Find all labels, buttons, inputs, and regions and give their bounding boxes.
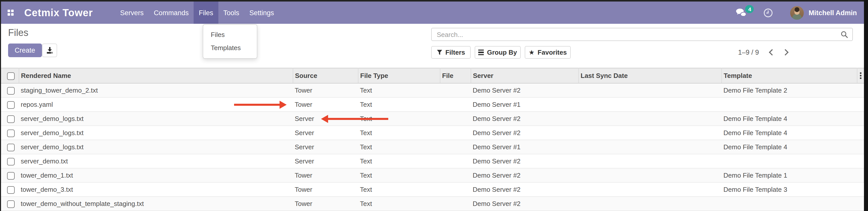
cell-template: Demo File Template 4 — [721, 140, 857, 154]
cell-source: Tower — [293, 182, 358, 197]
filters-button[interactable]: Filters — [431, 46, 471, 59]
row-checkbox[interactable] — [7, 172, 15, 179]
cell-server: Demo Server #1 — [471, 140, 578, 154]
group-by-bars-icon — [478, 50, 484, 55]
table-row[interactable]: staging_tower_demo_2.txt Tower Text Demo… — [0, 83, 864, 97]
activities-clock-icon[interactable] — [764, 8, 773, 18]
menu-item-commands[interactable]: Commands — [149, 2, 194, 24]
cell-template: Demo File Template 4 — [721, 112, 857, 126]
favorites-button[interactable]: ★ Favorites — [525, 46, 571, 59]
row-checkbox[interactable] — [7, 200, 15, 208]
cell-file — [440, 182, 471, 197]
column-header-last-sync-date[interactable]: Last Sync Date — [578, 68, 721, 83]
search-bar — [431, 28, 853, 41]
table-row[interactable]: server_demo_logs.txt Server Text Demo Se… — [0, 140, 864, 154]
dropdown-item-files[interactable]: Files — [203, 28, 257, 41]
row-checkbox[interactable] — [7, 129, 15, 137]
user-menu[interactable]: Mitchell Admin — [809, 9, 857, 17]
menu-item-files[interactable]: Files — [194, 2, 218, 24]
cell-file-type: Text — [358, 140, 440, 154]
column-header-source[interactable]: Source — [293, 68, 358, 83]
cell-last-sync-date — [578, 168, 721, 182]
pager: 1–9 / 9 — [738, 46, 787, 59]
cell-server: Demo Server #2 — [471, 197, 578, 211]
annotation-arrow-right — [234, 101, 287, 109]
page-title: Files — [8, 27, 28, 38]
table-row[interactable]: server_demo.txt Server Text Demo Server … — [0, 154, 864, 168]
cell-rendered-name: tower_demo_3.txt — [19, 182, 293, 197]
cell-file — [440, 140, 471, 154]
cell-last-sync-date — [578, 140, 721, 154]
search-icon[interactable] — [841, 31, 848, 38]
row-checkbox[interactable] — [7, 144, 15, 151]
cell-last-sync-date — [578, 182, 721, 197]
favorites-label: Favorites — [538, 49, 567, 56]
row-checkbox[interactable] — [7, 115, 15, 123]
cell-template: Demo File Template 3 — [721, 182, 857, 197]
row-checkbox[interactable] — [7, 158, 15, 165]
app-window: Cetmix Tower Servers Commands Files Tool… — [0, 0, 868, 211]
group-by-button[interactable]: Group By — [475, 46, 521, 59]
cell-template: Demo File Template 4 — [721, 126, 857, 140]
cell-file-type: Text — [358, 182, 440, 197]
cell-file — [440, 168, 471, 182]
user-avatar[interactable] — [790, 6, 804, 20]
table-row[interactable]: server_demo_logs.txt Server Text Demo Se… — [0, 112, 864, 126]
cell-rendered-name: server_demo_logs.txt — [19, 126, 293, 140]
menu-item-settings[interactable]: Settings — [244, 2, 279, 24]
cell-last-sync-date — [578, 154, 721, 168]
column-header-template[interactable]: Template — [721, 68, 857, 83]
next-page-icon[interactable] — [782, 49, 788, 56]
apps-grid-icon[interactable] — [8, 10, 14, 16]
previous-page-icon[interactable] — [769, 49, 775, 56]
import-button[interactable] — [42, 43, 57, 57]
filter-funnel-icon — [437, 50, 442, 55]
main-menu: Servers Commands Files Tools Settings — [115, 2, 279, 24]
cell-server: Demo Server #2 — [471, 168, 578, 182]
table-row[interactable]: server_demo_logs.txt Server Text Demo Se… — [0, 126, 864, 140]
dropdown-item-templates[interactable]: Templates — [203, 41, 257, 55]
table-header-row: Rendered Name Source File Type File Serv… — [0, 68, 864, 83]
cell-file — [440, 112, 471, 126]
cell-last-sync-date — [578, 197, 721, 211]
messages-button[interactable]: 4 — [736, 8, 747, 18]
column-options-icon[interactable] — [859, 72, 862, 79]
table-row[interactable]: repos.yaml Tower Text Demo Server #1 — [0, 97, 864, 112]
table-row[interactable]: tower_demo_without_template_staging.txt … — [0, 197, 864, 211]
cell-server: Demo Server #2 — [471, 182, 578, 197]
create-button[interactable]: Create — [8, 43, 42, 57]
column-header-server[interactable]: Server — [471, 68, 578, 83]
cell-server: Demo Server #2 — [471, 83, 578, 97]
cell-source: Tower — [293, 197, 358, 211]
menu-item-tools[interactable]: Tools — [218, 2, 244, 24]
annotation-arrow-left — [321, 115, 388, 123]
column-header-file-type[interactable]: File Type — [358, 68, 440, 83]
column-header-file[interactable]: File — [440, 68, 471, 83]
filters-label: Filters — [445, 49, 465, 56]
cell-rendered-name: server_demo.txt — [19, 154, 293, 168]
row-checkbox[interactable] — [7, 87, 15, 94]
cell-file-type: Text — [358, 197, 440, 211]
cell-last-sync-date — [578, 83, 721, 97]
pager-range: 1–9 / 9 — [738, 49, 759, 56]
cell-source: Server — [293, 154, 358, 168]
column-header-rendered-name[interactable]: Rendered Name — [19, 68, 293, 83]
row-checkbox[interactable] — [7, 186, 15, 193]
cell-file — [440, 154, 471, 168]
navbar-right: 4 Mitchell Admin — [736, 6, 864, 20]
table-row[interactable]: tower_demo_3.txt Tower Text Demo Server … — [0, 182, 864, 197]
table-row[interactable]: tower_demo_1.txt Tower Text Demo Server … — [0, 168, 864, 182]
row-checkbox[interactable] — [7, 101, 15, 109]
cell-rendered-name: server_demo_logs.txt — [19, 140, 293, 154]
cell-last-sync-date — [578, 97, 721, 112]
cell-file-type: Text — [358, 126, 440, 140]
cell-template — [721, 154, 857, 168]
cell-server: Demo Server #2 — [471, 112, 578, 126]
favorites-star-icon: ★ — [529, 49, 535, 56]
menu-item-servers[interactable]: Servers — [115, 2, 149, 24]
cell-server: Demo Server #2 — [471, 154, 578, 168]
select-all-checkbox[interactable] — [7, 72, 15, 80]
cell-last-sync-date — [578, 126, 721, 140]
search-input[interactable] — [432, 31, 841, 38]
group-by-label: Group By — [487, 49, 517, 56]
